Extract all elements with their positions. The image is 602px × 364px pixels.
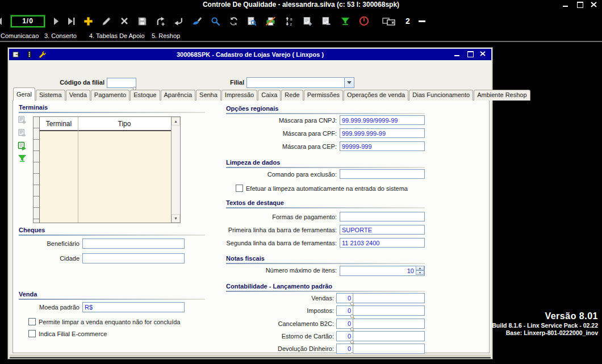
close-icon[interactable] <box>591 2 597 7</box>
dialog-titlebar: 300068SPK - Cadastro de Lojas Varejo ( L… <box>9 49 491 60</box>
window-count: 2 <box>405 16 410 26</box>
cancelamento-b2c-field[interactable] <box>336 319 425 329</box>
nav-last-icon[interactable] <box>68 15 75 27</box>
cascade-windows-icon[interactable] <box>382 15 397 27</box>
nav-next-icon[interactable] <box>53 15 59 27</box>
doc-add-icon[interactable] <box>303 15 313 27</box>
tab-geral[interactable]: Geral <box>13 87 35 101</box>
terminal-remove-icon[interactable] <box>18 128 27 137</box>
tab-operacoes-de-venda[interactable]: Operações de venda <box>344 90 408 101</box>
preview-icon[interactable] <box>247 15 257 27</box>
search-icon[interactable] <box>211 15 220 27</box>
maximize-icon[interactable] <box>576 2 583 7</box>
mascara-cep-input[interactable] <box>340 141 425 151</box>
save-icon[interactable] <box>137 15 147 27</box>
primeira-linha-input[interactable] <box>340 225 425 235</box>
comando-exclusao-input[interactable] <box>340 169 425 179</box>
scroll-down-icon[interactable]: ▼ <box>172 214 180 223</box>
impostos-field[interactable] <box>336 306 425 316</box>
redo-icon[interactable] <box>156 15 165 27</box>
print-disabled-icon[interactable] <box>265 15 276 27</box>
edit-icon[interactable] <box>102 15 111 27</box>
dialog-minimize-icon[interactable] <box>454 51 461 57</box>
tab-estoque[interactable]: Estoque <box>130 90 160 101</box>
brush-icon[interactable] <box>192 15 202 27</box>
dialog-close-icon[interactable] <box>480 51 487 57</box>
dialog-cadastro-lojas: 300068SPK - Cadastro de Lojas Varejo ( L… <box>8 48 492 359</box>
cidade-input[interactable] <box>82 253 185 263</box>
menu-conserto[interactable]: 3. Conserto <box>44 32 77 39</box>
checkbox-limpeza-automatica[interactable] <box>236 185 243 192</box>
doc-remove-icon[interactable] <box>321 15 332 27</box>
tab-aparencia[interactable]: Aparência <box>161 90 196 101</box>
tab-dias-funcionamento[interactable]: Dias Funcionamento <box>409 90 473 101</box>
cidade-label: Cidade <box>19 255 80 262</box>
filter-icon[interactable] <box>340 15 350 27</box>
grid-body[interactable] <box>40 131 171 223</box>
numero-maximo-itens-input[interactable] <box>340 266 425 276</box>
menu-comunicacao[interactable]: Comunicacao <box>1 32 39 39</box>
mascara-cnpj-input[interactable] <box>340 115 425 125</box>
vendas-field[interactable] <box>336 293 425 303</box>
mascara-cep-label: Máscara para CEP: <box>226 143 337 150</box>
spin-down-icon[interactable]: ▼ <box>416 270 424 275</box>
tab-venda[interactable]: Venda <box>66 90 90 101</box>
dialog-maximize-icon[interactable] <box>467 51 474 57</box>
dialog-body: Código da filial Filial Geral Sistema Ve… <box>9 60 491 359</box>
tab-permissoes[interactable]: Permissões <box>304 90 343 101</box>
grid-row-selector <box>34 117 40 223</box>
codigo-filial-field[interactable] <box>107 77 136 87</box>
grid-scrollbar[interactable]: ▲ ▼ <box>171 117 180 223</box>
tab-ambiente-reshop[interactable]: Ambiente Reshop <box>474 90 530 101</box>
menu-reshop[interactable]: 5. Reshop <box>152 32 180 39</box>
minimize-icon[interactable] <box>562 2 569 7</box>
devolucao-dinheiro-field[interactable] <box>336 344 425 354</box>
version-title: Versão 8.01 <box>492 311 598 321</box>
spin-up-icon[interactable]: ▲ <box>416 266 424 270</box>
formas-pagamento-input[interactable] <box>340 212 425 221</box>
menu-tabelas-de-apoio[interactable]: 4. Tabelas De Apoio <box>89 32 145 39</box>
mascara-cnpj-label: Máscara para CNPJ: <box>226 117 337 124</box>
stop-icon[interactable] <box>359 15 369 27</box>
scroll-up-icon[interactable]: ▲ <box>172 117 180 125</box>
lookup-magnifier-icon <box>350 337 356 343</box>
segunda-linha-input[interactable] <box>340 238 425 248</box>
beneficiario-input[interactable] <box>82 239 185 249</box>
sort-az-icon[interactable]: az <box>285 15 294 27</box>
form-export-icon[interactable] <box>12 51 20 58</box>
terminais-grid[interactable]: Terminal Tipo ▲ ▼ <box>33 116 181 223</box>
nav-first-icon[interactable] <box>0 15 2 27</box>
comando-exclusao-label: Comando para exclusão: <box>226 171 337 178</box>
wrench-icon[interactable] <box>38 51 46 58</box>
group-cheques-label: Cheques <box>19 227 45 233</box>
estorno-cartao-label: Estorno de Cartão: <box>226 333 334 340</box>
add-icon[interactable] <box>83 15 93 27</box>
terminais-toolbar <box>18 115 27 162</box>
tab-rede[interactable]: Rede <box>281 90 303 101</box>
checkbox-filial-ecommerce[interactable] <box>28 330 36 337</box>
chevron-down-icon[interactable] <box>344 78 354 87</box>
refresh-icon[interactable] <box>229 15 239 27</box>
group-textos-label: Textos de destaque <box>226 199 284 206</box>
minimize-all-icon[interactable] <box>419 20 425 22</box>
terminal-filter-icon[interactable] <box>18 154 27 162</box>
tab-impressao[interactable]: Impressão <box>221 90 257 101</box>
semaphore-icon[interactable] <box>26 51 33 58</box>
checkbox-permite-limpar[interactable] <box>28 318 36 325</box>
undo-icon[interactable] <box>174 15 183 27</box>
estorno-cartao-field[interactable] <box>336 331 425 341</box>
delete-icon[interactable] <box>120 15 129 27</box>
moeda-padrao-input[interactable] <box>82 302 185 312</box>
tab-sistema[interactable]: Sistema <box>36 90 65 101</box>
mascara-cpf-input[interactable] <box>340 128 425 138</box>
tab-pagamento[interactable]: Pagamento <box>91 90 129 101</box>
spinner[interactable]: ▲ ▼ <box>416 266 424 275</box>
numero-maximo-itens-field[interactable]: ▲ ▼ <box>340 265 425 275</box>
terminal-run-icon[interactable] <box>18 141 27 150</box>
lookup-magnifier-icon <box>350 312 356 317</box>
tab-senha[interactable]: Senha <box>196 90 221 101</box>
group-limpeza-label: Limpeza de dados <box>226 159 280 166</box>
terminal-add-icon[interactable] <box>18 115 27 124</box>
tab-caixa[interactable]: Caixa <box>258 90 281 101</box>
tabstrip: Geral Sistema Venda Pagamento Estoque Ap… <box>13 87 531 101</box>
